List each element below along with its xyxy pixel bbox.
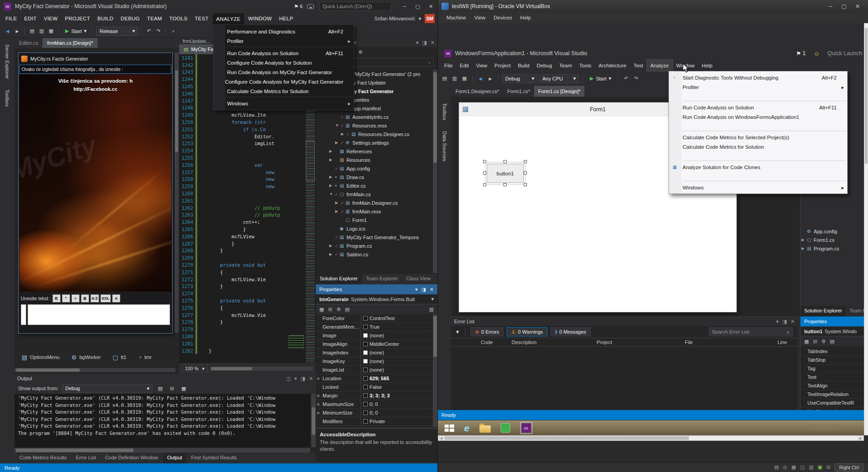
new-file-icon[interactable]: ▤ — [28, 27, 36, 36]
minimize-button[interactable]: ─ — [398, 1, 411, 11]
float-icon[interactable]: ◫ — [286, 376, 290, 382]
bottom-panel-tab[interactable]: Error List — [72, 453, 100, 463]
properties-vscrollbar[interactable] — [433, 314, 437, 427]
messages-filter-button[interactable]: ℹ 0 Messages — [550, 327, 591, 336]
menu-command[interactable] — [226, 46, 353, 47]
cd-icon[interactable]: ◎ — [783, 464, 787, 470]
errors-filter-button[interactable]: ⊗ 0 Errors — [470, 327, 503, 336]
menu-command[interactable]: Profiler ▸ — [669, 82, 847, 92]
document-tab[interactable]: Form1.cs* — [503, 86, 534, 97]
expander-icon[interactable]: ▼ — [335, 123, 341, 127]
selection-handle[interactable] — [503, 160, 507, 163]
code-line[interactable]: 1276 { — [179, 304, 316, 312]
tree-item[interactable]: ▶ ▢ Form1.cs — [802, 236, 863, 244]
code-line[interactable]: 1265 } — [179, 226, 316, 233]
properties-icon[interactable]: ⚙ — [358, 49, 363, 55]
output-vscrollbar[interactable] — [311, 394, 316, 447]
code-line[interactable]: 1257 new — [179, 169, 316, 176]
menubar-item[interactable]: Architecture — [595, 60, 630, 71]
configuration-dropdown[interactable]: Debug ▾ — [502, 74, 537, 83]
property-row[interactable]: TextImageRelation — [801, 390, 864, 399]
tool-window-tab[interactable]: Solution Explorer — [801, 306, 846, 316]
button1-control[interactable]: button1 — [487, 164, 524, 183]
menu-command[interactable]: Run Code Analysis on MyCity Fact Generat… — [213, 67, 354, 77]
navigate-forward-icon[interactable]: ► — [13, 27, 21, 36]
menu-command[interactable] — [683, 172, 846, 181]
pin-icon[interactable]: ◨ — [300, 376, 305, 382]
code-line[interactable]: 1267 } — [179, 240, 316, 247]
code-line[interactable]: 1261 — [179, 197, 316, 204]
property-row[interactable]: ForeColor ControlText — [316, 314, 433, 323]
expander-icon[interactable]: ▶ — [802, 238, 807, 242]
error-search-input[interactable]: Search Error List ⌕ — [709, 327, 793, 336]
tree-item[interactable]: ▶ ✓ ▥ frmMain.resx — [316, 207, 433, 216]
selection-handle[interactable] — [524, 183, 527, 186]
redo-icon[interactable]: ↷ — [632, 74, 640, 83]
selection-handle[interactable] — [503, 183, 507, 186]
document-tab[interactable]: frmUpdate... — [179, 38, 214, 44]
code-line[interactable]: 1249 mcfLView.Ite — [179, 111, 316, 118]
side-tab[interactable]: Data Sources — [442, 127, 447, 166]
code-line[interactable]: 1279 — [179, 326, 316, 333]
code-line[interactable]: 1263 // pbOutp — [179, 212, 316, 219]
property-row[interactable]: Locked False — [316, 383, 433, 392]
bottom-panel-tab[interactable]: Find Symbol Results — [187, 453, 241, 463]
save-icon[interactable]: ▦ — [460, 74, 469, 83]
close-icon[interactable]: ✕ — [431, 40, 435, 46]
usb-icon[interactable]: ◫ — [800, 464, 805, 470]
code-line[interactable]: 1268 } — [179, 247, 316, 255]
column-header[interactable]: Code — [481, 340, 493, 345]
preview-image[interactable]: MyCity Više činjenica sa prevodom: h htt… — [19, 75, 171, 292]
bottom-panel-tab[interactable]: Code Metrics Results — [15, 453, 71, 463]
network-icon[interactable]: ▦ — [791, 464, 796, 470]
expander-icon[interactable]: ▼ — [329, 192, 335, 196]
property-row[interactable]: ImageKey (none) — [316, 357, 433, 366]
close-icon[interactable]: ✕ — [791, 319, 795, 325]
menubar-item[interactable]: HELP — [275, 13, 297, 24]
menubar-item[interactable]: Tools — [575, 60, 595, 71]
maximize-button[interactable]: ▢ — [411, 1, 424, 11]
tree-item[interactable]: ▼ ✓ ▢ frmMain.cs — [316, 190, 433, 198]
format-button[interactable]: A — [112, 294, 120, 302]
menu-command[interactable]: ▦ Analyze Solution for Code Clones — [669, 162, 847, 172]
property-row[interactable]: ⊞Margin 3; 3; 3; 3 — [316, 392, 433, 400]
tree-item[interactable]: ⚙ App.config — [802, 227, 863, 236]
windows-start-icon[interactable] — [445, 424, 454, 432]
code-line[interactable]: 1264 cnt++; — [179, 218, 316, 226]
property-row[interactable]: TabStop — [801, 356, 864, 364]
code-line[interactable]: 1272 mcfLView.Vie — [179, 276, 316, 283]
editor-hscrollbar[interactable] — [210, 367, 313, 371]
property-row[interactable]: ⊞MaximumSize 0; 0 — [316, 400, 433, 409]
code-line[interactable]: 1275 private void but — [179, 297, 316, 304]
property-row[interactable]: ImageIndex (none) — [316, 349, 433, 357]
menu-command[interactable]: Performance and Diagnostics Alt+F2 — [213, 27, 354, 36]
code-line[interactable]: 1278 } — [179, 318, 316, 326]
shared-folder-icon[interactable]: ▥ — [809, 464, 813, 470]
property-row[interactable]: TextAlign — [801, 382, 864, 390]
menubar-item[interactable]: TEST — [191, 13, 213, 24]
menu-command[interactable] — [683, 122, 846, 131]
menu-command[interactable]: Run Code Analysis on WindowsFormsApplica… — [669, 112, 847, 122]
menubar-item[interactable]: EDIT — [21, 13, 40, 24]
tree-item[interactable]: ▶ ▨ Resources — [316, 156, 433, 164]
menu-command[interactable]: Profiler ▸ — [213, 36, 354, 46]
notifications-flag[interactable]: ⚑ 1 — [796, 50, 806, 57]
code-line[interactable]: 1253 imgList — [179, 140, 316, 147]
selection-handle[interactable] — [524, 160, 527, 163]
side-tab[interactable]: Toolbox — [442, 99, 447, 125]
caption-label[interactable]: Ovako će izgledati izlazna fotografija ,… — [19, 65, 171, 74]
expand-icon[interactable]: ⊞ — [317, 402, 320, 406]
redo-icon[interactable]: ↷ — [154, 27, 162, 36]
app-green-icon[interactable] — [501, 423, 510, 433]
code-line[interactable]: 1251 if (s.Co — [179, 126, 316, 133]
tree-item[interactable]: ▶ ✓ ▤ Program.cs — [316, 241, 433, 250]
new-file-icon[interactable]: ▤ — [441, 74, 449, 83]
solution-vscrollbar[interactable] — [433, 70, 437, 273]
menubar-item[interactable]: Analyze — [647, 60, 673, 71]
bottom-panel-tab[interactable]: Code Definition Window — [101, 453, 162, 463]
small-input[interactable] — [21, 304, 26, 325]
events-icon[interactable]: ▤ — [830, 339, 835, 345]
menubar-item[interactable]: Team — [555, 60, 575, 71]
expander-icon[interactable]: ▶ — [329, 175, 335, 179]
designed-form[interactable]: MyCity.rs Facts Generator Ovako će izgle… — [18, 52, 173, 334]
